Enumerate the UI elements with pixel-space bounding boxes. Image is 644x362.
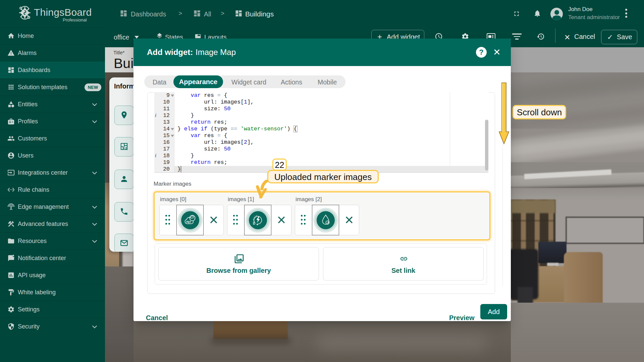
- svg-text:AQI: AQI: [186, 220, 191, 223]
